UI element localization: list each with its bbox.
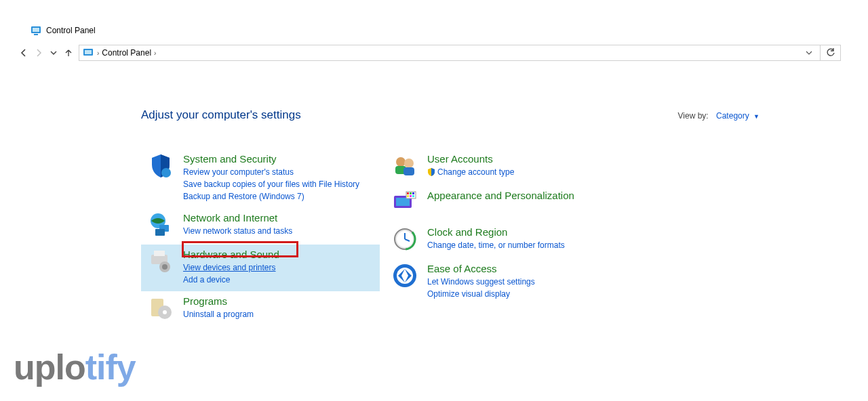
ease-of-access-icon <box>391 261 419 290</box>
svg-rect-21 <box>396 198 410 206</box>
disc-box-icon <box>146 294 175 322</box>
svg-rect-27 <box>410 195 412 197</box>
category-appearance[interactable]: Appearance and Personalization <box>385 186 624 222</box>
monitor-palette-icon <box>391 188 419 217</box>
sublink[interactable]: Save backup copies of your files with Fi… <box>183 178 359 190</box>
category-title[interactable]: Programs <box>183 295 254 307</box>
svg-rect-24 <box>410 192 412 194</box>
uac-shield-icon <box>427 167 435 175</box>
svg-rect-1 <box>33 28 39 32</box>
svg-rect-19 <box>403 167 414 175</box>
address-bar[interactable]: › Control Panel › <box>79 45 821 61</box>
chevron-down-icon: ▼ <box>753 113 760 120</box>
sublink[interactable]: Review your computer's status <box>183 166 359 178</box>
window-title: Control Panel <box>46 26 96 35</box>
control-panel-icon <box>31 26 42 35</box>
category-programs[interactable]: Programs Uninstall a program <box>141 291 380 328</box>
svg-rect-26 <box>407 195 409 197</box>
category-title[interactable]: User Accounts <box>427 153 514 165</box>
sublink-view-devices-printers[interactable]: View devices and printers <box>183 261 279 274</box>
category-title[interactable]: Network and Internet <box>183 212 292 224</box>
category-ease-of-access[interactable]: Ease of Access Let Windows suggest setti… <box>385 259 624 305</box>
svg-point-5 <box>161 168 171 177</box>
category-network-internet[interactable]: Network and Internet View network status… <box>141 208 380 245</box>
sublink[interactable]: Optimize visual display <box>427 288 535 300</box>
globe-icon <box>146 211 175 239</box>
sublink[interactable]: Backup and Restore (Windows 7) <box>183 190 359 203</box>
breadcrumb-root[interactable]: Control Panel <box>102 48 151 58</box>
svg-rect-10 <box>154 251 165 256</box>
svg-rect-8 <box>155 229 165 236</box>
svg-point-15 <box>163 310 167 314</box>
up-button[interactable] <box>61 45 76 60</box>
category-column-right: User Accounts Change account type <box>385 149 624 328</box>
page-heading: Adjust your computer's settings <box>141 108 301 122</box>
forward-button[interactable] <box>31 45 46 60</box>
view-by-value[interactable]: Category <box>716 111 749 121</box>
svg-point-12 <box>162 264 167 270</box>
svg-point-18 <box>404 159 414 168</box>
svg-rect-23 <box>407 192 409 194</box>
category-column-left: System and Security Review your computer… <box>141 149 380 328</box>
category-user-accounts[interactable]: User Accounts Change account type <box>385 149 624 186</box>
watermark: uplotify <box>14 347 136 387</box>
clock-icon <box>391 225 419 253</box>
chevron-right-icon[interactable]: › <box>154 49 156 57</box>
category-title[interactable]: Ease of Access <box>427 263 535 274</box>
category-clock-region[interactable]: Clock and Region Change date, time, or n… <box>385 222 624 259</box>
back-button[interactable] <box>16 45 31 60</box>
content-area: Adjust your computer's settings View by:… <box>141 108 827 328</box>
svg-rect-2 <box>34 34 38 35</box>
nav-bar: › Control Panel › <box>16 44 841 62</box>
svg-rect-28 <box>412 195 414 197</box>
refresh-button[interactable] <box>821 45 841 61</box>
svg-rect-4 <box>85 50 92 54</box>
printer-icon <box>146 247 175 276</box>
recent-locations-button[interactable] <box>46 45 61 60</box>
chevron-right-icon: › <box>97 49 99 57</box>
sublink-add-device[interactable]: Add a device <box>183 274 279 286</box>
svg-rect-25 <box>412 192 414 194</box>
category-system-security[interactable]: System and Security Review your computer… <box>141 149 380 208</box>
category-title[interactable]: Hardware and Sound <box>183 249 279 260</box>
sublink-change-account-type[interactable]: Change account type <box>427 166 514 178</box>
shield-icon <box>146 152 175 180</box>
svg-point-16 <box>396 157 406 167</box>
sublink[interactable]: View network status and tasks <box>183 225 292 237</box>
category-title[interactable]: Clock and Region <box>427 226 565 238</box>
address-dropdown[interactable] <box>802 49 816 56</box>
sublink[interactable]: Let Windows suggest settings <box>427 276 535 288</box>
view-by-label: View by: <box>678 111 709 121</box>
sublink[interactable]: Change date, time, or number formats <box>427 239 565 251</box>
control-panel-icon <box>83 48 94 58</box>
category-title[interactable]: System and Security <box>183 153 359 165</box>
category-title[interactable]: Appearance and Personalization <box>427 190 574 201</box>
sublink[interactable]: Uninstall a program <box>183 308 254 320</box>
category-hardware-sound[interactable]: Hardware and Sound View devices and prin… <box>141 245 380 291</box>
people-icon <box>391 152 419 180</box>
window-title-bar: Control Panel <box>31 26 96 35</box>
view-by-control[interactable]: View by: Category ▼ <box>678 111 760 121</box>
